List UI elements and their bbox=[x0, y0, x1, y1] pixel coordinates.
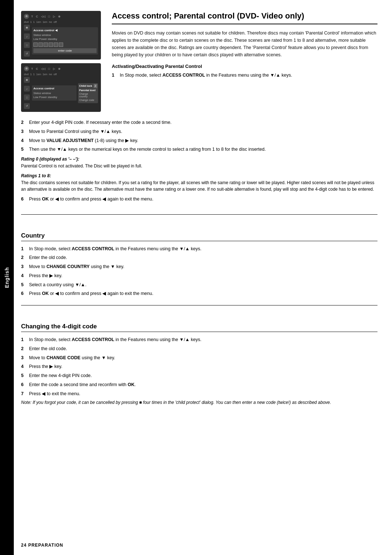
section2-step-4: 4 Press the ▶ key. bbox=[21, 272, 377, 279]
top-section: ⚙ T C ◁◁ □ ▷ ⊕ dvd 1 1 bbox=[21, 11, 377, 112]
code-sq-2 bbox=[38, 42, 43, 47]
section2-step-2: 2 Enter the old code. bbox=[21, 254, 377, 261]
section3-steps: 1 In Stop mode, select ACCESS CONTROL in… bbox=[21, 336, 377, 397]
step-num-2: 2 bbox=[21, 119, 26, 126]
screen1-left-icons: ◉ ♪ □ ↺ bbox=[24, 25, 30, 57]
screen2-menu-item-1: Status window bbox=[33, 91, 75, 95]
screen1-enter-code: enter code bbox=[33, 48, 97, 53]
section2-step-3: 3 Move to CHANGE COUNTRY using the ▼ key… bbox=[21, 263, 377, 270]
s3-text-7: Press ◀ to exit the menu. bbox=[29, 390, 377, 397]
screen1-body: ◉ ♪ □ ↺ Access control ◀ Status window L… bbox=[24, 25, 98, 57]
screen2-right-area: 2 Child lock Parental level Change count… bbox=[78, 83, 98, 103]
s3-num-2: 2 bbox=[21, 345, 26, 352]
screen2-top-bar: ⚙ T C ◁◁ □ ▷ ⊕ bbox=[24, 66, 98, 71]
section1-step-5: 5 Then use the ▼/▲ keys or the numerical… bbox=[21, 146, 377, 153]
step-num-6: 6 bbox=[21, 196, 26, 203]
section3-step-1: 1 In Stop mode, select ACCESS CONTROL in… bbox=[21, 336, 377, 343]
divider-1 bbox=[21, 214, 377, 215]
screen2-icon-text: □ bbox=[24, 94, 30, 100]
screen1-icon-text: □ bbox=[24, 42, 30, 48]
screen1-label-search: ⊕ bbox=[58, 15, 61, 18]
section1-step-4: 4 Move to VALUE ADJUSTMENT (1-8) using t… bbox=[21, 137, 377, 144]
screen2-menu-item-2: Low Power standby bbox=[33, 95, 75, 99]
s3-num-7: 7 bbox=[21, 390, 26, 397]
code-sq-3 bbox=[44, 42, 48, 47]
step-num-5: 5 bbox=[21, 146, 26, 153]
s3-num-4: 4 bbox=[21, 363, 26, 370]
section2-step-6: 6 Press OK or ◀ to confirm and press ◀ a… bbox=[21, 290, 377, 297]
screen1-label-row: dvd 1 1 1en 1en no off bbox=[24, 20, 98, 24]
section1-step-3: 3 Move to Parental Control using the ▼/▲… bbox=[21, 128, 377, 135]
s2-text-1: In Stop mode, select ACCESS CONTROL in t… bbox=[29, 246, 377, 252]
screen1-top-bar: ⚙ T C ◁◁ □ ▷ ⊕ bbox=[24, 14, 98, 19]
code-sq-5 bbox=[54, 42, 58, 47]
screen2-label-rewind: ◁◁ bbox=[41, 67, 45, 70]
section3-step-3: 3 Move to CHANGE CODE using the ▼ key. bbox=[21, 355, 377, 361]
screen2-bar-items: T C ◁◁ □ ▷ ⊕ bbox=[31, 67, 61, 70]
section1-steps-cont: 2 Enter your 4-digit PIN code. If necess… bbox=[21, 119, 377, 153]
s2-text-2: Enter the old code. bbox=[29, 254, 377, 261]
screen2-icon-disc: ◉ bbox=[24, 77, 30, 83]
screen1-label-t: T bbox=[31, 15, 33, 18]
main-content: ⚙ T C ◁◁ □ ▷ ⊕ dvd 1 1 bbox=[14, 0, 392, 555]
sidebar-language-label: English bbox=[4, 267, 10, 288]
s2-num-5: 5 bbox=[21, 281, 26, 288]
screen2-label-t: T bbox=[31, 67, 33, 70]
screen2-body: ◉ ♪ □ ↺ Access control Status window Low… bbox=[24, 77, 98, 109]
section1-steps: 1 In Stop mode, select ACCESS CONTROL in… bbox=[112, 72, 377, 79]
screen2-label-c: C bbox=[36, 67, 38, 70]
s3-text-4: Press the ▶ key. bbox=[29, 363, 377, 370]
section3-step-6: 6 Enter the code a second time and recon… bbox=[21, 381, 377, 388]
rating18-text: The disc contains scenes not suitable fo… bbox=[21, 179, 377, 193]
section2-block: Country 1 In Stop mode, select ACCESS CO… bbox=[21, 225, 377, 300]
screen2-left-icons: ◉ ♪ □ ↺ bbox=[24, 77, 30, 109]
section3-title: Changing the 4-digit code bbox=[21, 323, 377, 332]
screen1-label-box: □ bbox=[48, 15, 50, 18]
s3-text-1: In Stop mode, select ACCESS CONTROL in t… bbox=[29, 336, 377, 343]
step-text-3: Move to Parental Control using the ▼/▲ k… bbox=[29, 128, 377, 135]
screen1-menu-item-1: Status window bbox=[33, 33, 97, 37]
step-text-4: Move to VALUE ADJUSTMENT (1-8) using the… bbox=[29, 137, 377, 144]
screen2-change-code: Change code bbox=[79, 98, 97, 102]
page-wrapper: English ⚙ T C ◁◁ □ ▷ bbox=[0, 0, 392, 555]
rating18-label: Ratings 1 to 8: bbox=[21, 173, 377, 178]
s2-num-4: 4 bbox=[21, 272, 26, 279]
screen1-menu-header: Access control ◀ bbox=[33, 29, 97, 32]
s3-num-1: 1 bbox=[21, 336, 26, 343]
section1-step-2: 2 Enter your 4-digit PIN code. If necess… bbox=[21, 119, 377, 126]
s2-num-1: 1 bbox=[21, 246, 26, 252]
section2-step-5: 5 Select a country using ▼/▲. bbox=[21, 281, 377, 288]
s3-text-3: Move to CHANGE CODE using the ▼ key. bbox=[29, 355, 377, 361]
section2-title: Country bbox=[21, 232, 377, 241]
s2-text-3: Move to CHANGE COUNTRY using the ▼ key. bbox=[29, 263, 377, 270]
screen2-menu-area: Access control Status window Low Power s… bbox=[32, 85, 77, 101]
screen2-parental-level: Parental level bbox=[79, 89, 97, 92]
s3-text-5: Enter the new 4-digit PIN code. bbox=[29, 372, 377, 379]
section3-note: Note: If you forgot your code, it can be… bbox=[21, 399, 377, 406]
s2-text-4: Press the ▶ key. bbox=[29, 272, 377, 279]
device-screen-2: ⚙ T C ◁◁ □ ▷ ⊕ dvd 1 1 bbox=[21, 63, 101, 112]
section3-step-2: 2 Enter the old code. bbox=[21, 345, 377, 352]
step-num-3: 3 bbox=[21, 128, 26, 135]
screen2-menu-header: Access control bbox=[33, 87, 75, 90]
screen2-icon-back: ↺ bbox=[24, 103, 30, 109]
screen2-label-box: □ bbox=[48, 67, 50, 70]
section1-step6-list: 6 Press OK or ◀ to confirm and press ◀ a… bbox=[21, 196, 377, 203]
step-text-2: Enter your 4-digit PIN code. If necessar… bbox=[29, 119, 377, 126]
s2-num-2: 2 bbox=[21, 254, 26, 261]
s2-text-5: Select a country using ▼/▲. bbox=[29, 281, 377, 288]
screen2-label-arrow: ▷ bbox=[53, 67, 55, 70]
section3-step-4: 4 Press the ▶ key. bbox=[21, 363, 377, 370]
s2-num-3: 3 bbox=[21, 263, 26, 270]
step-text-1: In Stop mode, select ACCESS CONTROL in t… bbox=[120, 72, 377, 79]
screen1-label-rewind: ◁◁ bbox=[41, 15, 45, 18]
screen2-label-search: ⊕ bbox=[58, 67, 61, 70]
section3-step-5: 5 Enter the new 4-digit PIN code. bbox=[21, 372, 377, 379]
section1-step-1: 1 In Stop mode, select ACCESS CONTROL in… bbox=[112, 72, 377, 79]
code-sq-4 bbox=[49, 42, 53, 47]
section1-subheading: Activating/Deactivating Parental Control bbox=[112, 64, 377, 69]
section1-title: Access control; Parental control (DVD- V… bbox=[112, 11, 377, 24]
sidebar: English bbox=[0, 0, 14, 555]
screen2-change-country: Change country bbox=[79, 92, 97, 98]
screen2-label-row: dvd 1 1 1en 1en no off bbox=[24, 73, 98, 76]
